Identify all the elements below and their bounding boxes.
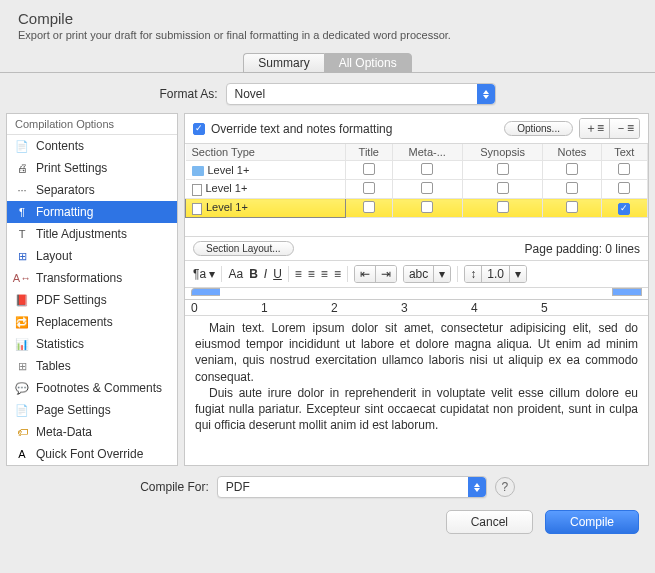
table-row[interactable]: Level 1+ [186,180,648,199]
expand-collapse-seg[interactable]: ＋≡－≡ [579,118,640,139]
sidebar-item-label: Tables [36,359,71,373]
sidebar-item-separators[interactable]: ···Separators [7,179,177,201]
sidebar-icon: A [15,447,29,461]
check-cell [346,161,393,180]
align-justify-icon[interactable]: ≡ [334,267,341,281]
dropdown-arrows-icon [468,477,486,497]
font-button[interactable]: Aa [228,267,243,281]
section-layout-button[interactable]: Section Layout... [193,241,294,256]
sidebar-item-title-adjustments[interactable]: TTitle Adjustments [7,223,177,245]
cell-checkbox[interactable] [497,182,509,194]
indent-seg[interactable]: ⇤⇥ [354,265,397,283]
sidebar-item-label: Meta-Data [36,425,92,439]
column-header[interactable]: Text [601,144,647,161]
cell-checkbox[interactable] [421,182,433,194]
align-right-icon[interactable]: ≡ [321,267,328,281]
check-cell [462,180,542,199]
list-style-seg[interactable]: abc▾ [403,265,451,283]
paragraph-style-icon[interactable]: ¶a ▾ [193,267,215,281]
align-center-icon[interactable]: ≡ [308,267,315,281]
compile-for-dropdown[interactable]: PDF [217,476,487,498]
sidebar-item-page-settings[interactable]: 📄Page Settings [7,399,177,421]
format-as-dropdown[interactable]: Novel [226,83,496,105]
cell-checkbox[interactable] [566,163,578,175]
sidebar-item-label: Statistics [36,337,84,351]
italic-button[interactable]: I [264,267,267,281]
compile-button[interactable]: Compile [545,510,639,534]
ruler-mark: 5 [541,301,548,315]
override-checkbox[interactable] [193,123,205,135]
override-bar: Override text and notes formatting Optio… [185,114,648,144]
cell-checkbox[interactable] [363,163,375,175]
column-header[interactable]: Section Type [186,144,346,161]
sidebar-icon: T [15,227,29,241]
options-button[interactable]: Options... [504,121,573,136]
cell-checkbox[interactable] [363,201,375,213]
column-header[interactable]: Meta-... [392,144,462,161]
cell-checkbox[interactable] [566,182,578,194]
cell-checkbox[interactable] [497,163,509,175]
section-type-table: Section TypeTitleMeta-...SynopsisNotesTe… [185,144,648,218]
tab-all-options[interactable]: All Options [324,53,412,73]
page-padding-label: Page padding: 0 lines [525,242,640,256]
ruler-tab-marker[interactable] [191,288,220,296]
sidebar-item-transformations[interactable]: A↔Transformations [7,267,177,289]
cell-checkbox[interactable] [421,163,433,175]
sidebar-item-replacements[interactable]: 🔁Replacements [7,311,177,333]
tab-summary[interactable]: Summary [243,53,323,73]
sidebar-icon: 📄 [15,139,29,153]
sidebar-item-formatting[interactable]: ¶Formatting [7,201,177,223]
section-type-cell: Level 1+ [186,199,346,218]
sidebar-icon: ⊞ [15,359,29,373]
help-button[interactable]: ? [495,477,515,497]
ruler[interactable]: 012345 [185,288,648,316]
sidebar-icon: 🏷 [15,425,29,439]
sidebar-item-layout[interactable]: ⊞Layout [7,245,177,267]
column-header[interactable]: Title [346,144,393,161]
sidebar-icon: 📄 [15,403,29,417]
underline-button[interactable]: U [273,267,282,281]
column-header[interactable]: Synopsis [462,144,542,161]
cell-checkbox[interactable] [618,182,630,194]
check-cell [462,199,542,218]
table-row[interactable]: Level 1+ [186,161,648,180]
sidebar-item-statistics[interactable]: 📊Statistics [7,333,177,355]
sidebar-icon: 💬 [15,381,29,395]
ruler-mark: 4 [471,301,478,315]
text-preview: Main text. Lorem ipsum dolor sit amet, c… [185,316,648,437]
cell-checkbox[interactable] [618,203,630,215]
cell-checkbox[interactable] [497,201,509,213]
sidebar-item-contents[interactable]: 📄Contents [7,135,177,157]
window-subtitle: Export or print your draft for submissio… [18,29,637,41]
sidebar-item-pdf-settings[interactable]: 📕PDF Settings [7,289,177,311]
ruler-tab-marker[interactable] [612,288,642,296]
sidebar-item-tables[interactable]: ⊞Tables [7,355,177,377]
line-spacing-seg[interactable]: ↕1.0▾ [464,265,527,283]
sidebar-item-footnotes-comments[interactable]: 💬Footnotes & Comments [7,377,177,399]
cell-checkbox[interactable] [421,201,433,213]
sidebar-item-label: Title Adjustments [36,227,127,241]
check-cell [601,180,647,199]
compilation-options-sidebar: Compilation Options 📄Contents🖨Print Sett… [6,113,178,466]
bold-button[interactable]: B [249,267,258,281]
cancel-button[interactable]: Cancel [446,510,533,534]
align-left-icon[interactable]: ≡ [295,267,302,281]
column-header[interactable]: Notes [543,144,601,161]
sidebar-item-label: Formatting [36,205,93,219]
preview-paragraph: Duis aute irure dolor in reprehenderit i… [195,385,638,434]
sidebar-item-quick-font-override[interactable]: AQuick Font Override [7,443,177,465]
check-cell [346,199,393,218]
format-toolbar: ¶a ▾ Aa B I U ≡ ≡ ≡ ≡ ⇤⇥ abc▾ ↕1.0▾ [185,261,648,288]
cell-checkbox[interactable] [618,163,630,175]
sidebar-item-meta-data[interactable]: 🏷Meta-Data [7,421,177,443]
section-type-cell: Level 1+ [186,180,346,199]
ruler-mark: 0 [191,301,198,315]
sidebar-icon: ⊞ [15,249,29,263]
sidebar-icon: 📕 [15,293,29,307]
cell-checkbox[interactable] [363,182,375,194]
sidebar-icon: A↔ [15,271,29,285]
ruler-mark: 2 [331,301,338,315]
sidebar-item-print-settings[interactable]: 🖨Print Settings [7,157,177,179]
table-row[interactable]: Level 1+ [186,199,648,218]
cell-checkbox[interactable] [566,201,578,213]
